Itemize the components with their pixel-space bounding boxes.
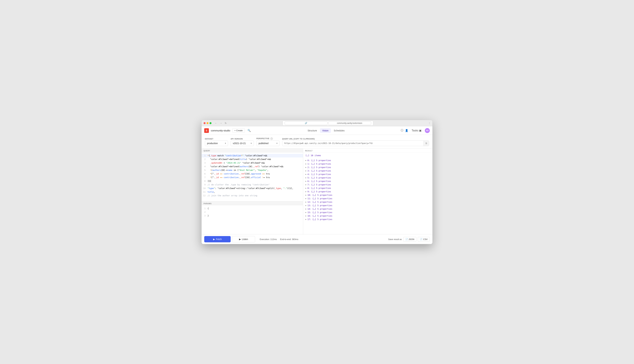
api-version-select[interactable]: v2021-10-21 v2023-08-01 — [231, 140, 254, 146]
result-item[interactable]: ▶12: {…} 5 properties — [303, 200, 432, 204]
result-item[interactable]: ▶10: {…} 5 properties — [303, 193, 432, 197]
nav-structure[interactable]: Structure — [305, 128, 319, 133]
query-url-input[interactable] — [282, 141, 424, 146]
app-logo: S — [204, 128, 209, 133]
result-item[interactable]: ▶7: {…} 5 properties — [303, 183, 432, 186]
address-bar[interactable]: 🔗 community.sanity.tools/vision — [282, 121, 373, 126]
forward-btn[interactable]: → — [219, 122, 223, 125]
tasks-button[interactable]: Tasks ▣ — [410, 128, 423, 133]
expand-icon: ▶ — [306, 201, 306, 203]
query-url-label: QUERY URL [COPY TO CLIPBOARD] — [282, 138, 429, 140]
query-line-6: 6 *[^._id == contribution._ref][0].appro… — [202, 172, 303, 176]
nav-schedules[interactable]: Schedules — [332, 128, 347, 133]
result-item[interactable]: ▶5: {…} 5 properties — [303, 176, 432, 180]
save-csv-button[interactable]: 📄 CSV — [418, 237, 430, 242]
titlebar-right: ⋮ — [428, 122, 430, 124]
result-item[interactable]: ▶2: {…} 5 properties — [303, 166, 432, 169]
expand-icon: ▶ — [306, 180, 306, 182]
result-item[interactable]: ▶17: {…} 5 properties — [303, 218, 432, 221]
footer-right: Execution: 112ms End-to-end: 383ms Save … — [257, 237, 430, 242]
user-button[interactable]: 👤 — [405, 129, 408, 132]
result-item[interactable]: ▶3: {…} 5 properties — [303, 169, 432, 172]
result-item[interactable]: ▶6: {…} 5 properties — [303, 180, 432, 183]
query-line-12: 12// join the author array into one stri… — [202, 194, 303, 198]
params-line-2: 2 — [202, 210, 303, 214]
query-url-group: QUERY URL [COPY TO CLIPBOARD] ⎘ — [282, 138, 429, 146]
create-button[interactable]: + Create — [232, 128, 245, 133]
result-item-text: 13: {…} 5 properties — [308, 204, 332, 207]
params-label: PARAMS — [202, 202, 303, 205]
minimize-window-btn[interactable] — [206, 122, 208, 124]
params-section: PARAMS 1{23} — [202, 201, 303, 234]
expand-icon: ▶ — [306, 218, 306, 220]
result-item[interactable]: ▶4: {…} 5 properties — [303, 172, 432, 176]
result-item[interactable]: ▶0: {…} 5 properties — [303, 159, 432, 162]
line-code: *[^._id == contribution._ref][0].officia… — [208, 176, 303, 179]
nav-vision[interactable]: Vision — [320, 128, 331, 133]
result-item-text: 2: {…} 5 properties — [308, 166, 331, 168]
expand-icon: ▶ — [306, 204, 306, 206]
expand-icon: ▶ — [306, 187, 306, 189]
csv-icon: 📄 — [420, 238, 422, 240]
line-number: 11 — [202, 190, 208, 194]
expand-icon: ▶ — [306, 194, 306, 196]
api-version-label: API VERSION — [231, 138, 254, 140]
expand-icon: ▶ — [306, 166, 306, 168]
result-item[interactable]: ▶1: {…} 5 properties — [303, 162, 432, 166]
result-item-text: 15: {…} 5 properties — [308, 211, 332, 214]
dataset-select[interactable]: production staging — [205, 140, 228, 146]
line-number: 7 — [202, 176, 208, 179]
line-code: // join the author array into one string — [208, 194, 303, 197]
api-version-group: API VERSION v2021-10-21 v2023-08-01 ▼ — [231, 138, 254, 146]
query-line-5: 5 !(authors[0]->name in ["Knut Melvær", … — [202, 168, 303, 172]
listen-button[interactable]: ▶ Listen — [232, 236, 255, 242]
listen-label: Listen — [242, 238, 248, 240]
appbar-right: ⓘ 👤 Tasks ▣ AV — [401, 128, 430, 133]
controls-row: DATASET production staging ▼ API VERSION… — [205, 138, 429, 148]
footer-stats: Execution: 112ms End-to-end: 383ms — [257, 238, 388, 240]
titlebar: ← → ↻ 🔗 community.sanity.tools/vision ⋮ — [202, 120, 432, 126]
result-item[interactable]: ▶14: {…} 5 properties — [303, 207, 432, 211]
expand-icon: ▶ — [306, 163, 306, 165]
expand-icon: ▶ — [306, 198, 306, 200]
search-button[interactable]: 🔍 — [247, 128, 252, 133]
result-item[interactable]: ▶9: {…} 5 properties — [303, 190, 432, 193]
result-item[interactable]: ▶8: {…} 5 properties — [303, 186, 432, 190]
perspective-help-icon[interactable]: ? — [270, 138, 273, 140]
line-code: ]}{ — [208, 180, 303, 183]
line-number: 10 — [202, 187, 208, 190]
avatar[interactable]: AV — [425, 128, 430, 133]
perspective-group: PERSPECTIVE ? published previewDrafts ra… — [256, 138, 280, 146]
result-item[interactable]: ▶15: {…} 5 properties — [303, 211, 432, 214]
result-item[interactable]: ▶13: {…} 5 properties — [303, 204, 432, 207]
sidebar-toggle-icon: ▣ — [419, 129, 422, 132]
result-item[interactable]: ▶16: {…} 5 properties — [303, 214, 432, 218]
line-number: 2 — [202, 210, 208, 214]
dataset-group: DATASET production staging ▼ — [205, 138, 228, 146]
save-json-button[interactable]: 📄 JSON — [403, 237, 416, 242]
query-editor[interactable]: 1*[_type match "contribution*" "color:#7… — [202, 152, 303, 201]
query-line-8: 8]}{ — [202, 179, 303, 183]
copy-url-button[interactable]: ⎘ — [424, 141, 429, 146]
perspective-select[interactable]: published previewDrafts raw — [256, 140, 280, 146]
maximize-window-btn[interactable] — [210, 122, 212, 124]
params-editor[interactable]: 1{23} — [202, 205, 303, 234]
fetch-button[interactable]: ▶ Fetch — [204, 236, 231, 242]
result-item-text: 11: {…} 5 properties — [308, 197, 332, 200]
params-line-1: 1{ — [202, 207, 303, 210]
result-panel: RESULT […] 18 items ▶0: {…} 5 properties… — [303, 148, 432, 234]
help-button[interactable]: ⓘ — [401, 129, 403, 132]
api-version-select-wrapper: v2021-10-21 v2023-08-01 ▼ — [231, 140, 254, 146]
result-item[interactable]: ▶11: {…} 5 properties — [303, 197, 432, 200]
line-code: !(authors[0]->name in ["Knut Melvær", "K… — [208, 168, 303, 172]
query-line-4: 4 "color:#7c3aed">defined(authors[0]._re… — [202, 165, 303, 168]
query-url-wrapper: ⎘ — [282, 140, 429, 146]
window-menu-icon[interactable]: ⋮ — [428, 122, 430, 124]
create-label: + Create — [234, 129, 243, 132]
reload-btn[interactable]: ↻ — [224, 122, 227, 125]
close-window-btn[interactable] — [204, 122, 206, 124]
vision-controls: DATASET production staging ▼ API VERSION… — [202, 135, 432, 148]
result-item-text: 10: {…} 5 properties — [308, 194, 332, 196]
back-btn[interactable]: ← — [214, 122, 218, 125]
params-line-3: 3} — [202, 214, 303, 218]
